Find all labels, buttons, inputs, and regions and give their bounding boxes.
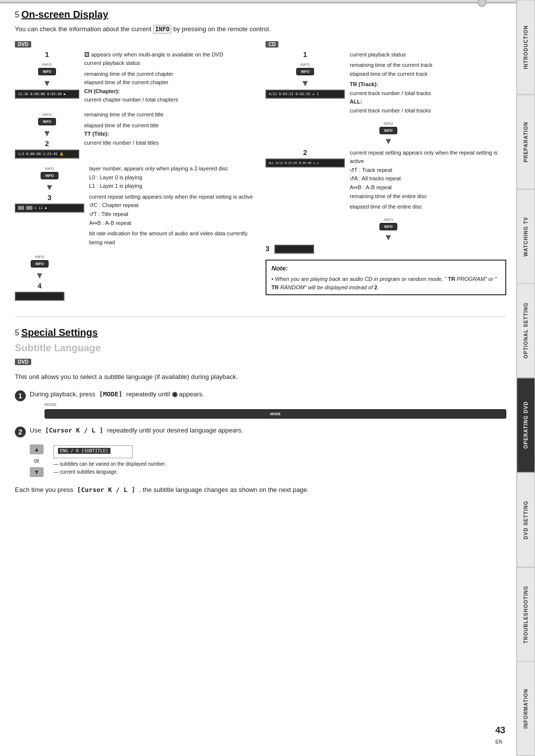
dvd-screen2: 1/3 0:00:00 1:23:45 🔒 — [15, 150, 79, 159]
step2-row: 2 Use [Cursor K / L ] repeatedly until y… — [15, 426, 506, 437]
special-settings-heading: 5 Special Settings — [15, 327, 506, 338]
dvd-screen4 — [15, 292, 64, 301]
special-settings-section: 5 Special Settings Subtitle Language DVD… — [15, 327, 506, 495]
step2-visual: ▲ or ▼ ENG / 6 [SUBTITLE] — subtitles ca… — [30, 444, 506, 477]
osd-right-column: CD 1 INFO INFO ▼ 4/12 0:03:21 0:02:15 ↺ … — [266, 40, 506, 307]
top-bar-line — [0, 2, 516, 3]
sidebar-tab-optional-setting[interactable]: OPTIONAL SETTING — [517, 283, 535, 378]
osd-left-column: DVD 1 INFO INFO ▼ 11:16 0:00:00 0:03:30 … — [15, 40, 256, 307]
step1-num: 1 — [15, 390, 26, 401]
step1-row: 1 During playback, press [MODE] repeated… — [15, 389, 506, 419]
cd-row1-annotations: current playback status remaining time o… — [345, 51, 506, 115]
page-number: 43 EN — [495, 725, 505, 746]
final-text: Each time you press [Cursor K / L ] , th… — [15, 485, 506, 495]
sidebar-tab-operating-dvd[interactable]: OPERATING DVD — [517, 378, 535, 473]
sidebar-tab-introduction[interactable]: INTRODUCTION — [517, 0, 535, 95]
cd-arrow-1: ▼ — [301, 78, 310, 89]
cursor-arrows: ▲ or ▼ — [30, 444, 44, 477]
note-title: Note: — [271, 264, 500, 273]
step1-text: During playback, press [MODE] repeatedly… — [30, 389, 506, 419]
cursor-key: [Cursor K / L ] — [41, 427, 107, 434]
dvd-screen3: ▒▒▒ ▒▒▒ C L1 ▶ — [15, 204, 84, 213]
sidebar: INTRODUCTION PREPARATION WATCHING TV OPT… — [516, 0, 535, 756]
special-settings-title: Special Settings — [21, 327, 98, 338]
dvd-row1-annotations: 🖼 appears only when multi-angle is avail… — [79, 51, 256, 105]
sidebar-tab-preparation[interactable]: PREPARATION — [517, 95, 535, 189]
osd-bullet: 5 — [15, 10, 19, 19]
sidebar-tab-troubleshooting[interactable]: TROUBLESHOOTING — [517, 567, 535, 662]
dvd-badge: DVD — [15, 41, 31, 48]
cd-row2-annotations: current repeat setting appears only when… — [345, 149, 506, 212]
sub-display-text: ENG / 6 [SUBTITLE] — [58, 448, 110, 454]
dvd-row3-num: 3 — [48, 194, 52, 202]
sidebar-tab-dvd-setting[interactable]: DVD SETTING — [517, 473, 535, 567]
dvd-row2-num: 2 — [45, 140, 49, 148]
mode-btn: MODE — [45, 409, 506, 419]
cd-row3-num: 3 — [266, 245, 269, 253]
dvd-row1-num: 1 — [45, 51, 49, 58]
mode-key: [MODE] — [95, 390, 126, 398]
top-bar — [0, 0, 516, 4]
cd-row1-num: 1 — [303, 51, 307, 58]
subtitle-display-area: ENG / 6 [SUBTITLE] — subtitles can be va… — [54, 445, 166, 476]
cd-screen1: 4/12 0:03:21 0:02:15 ↺ 1 — [266, 90, 345, 99]
dvd-info2: INFO INFO — [38, 112, 56, 125]
dvd-info3: INFO INFO — [41, 166, 58, 179]
sidebar-tab-information[interactable]: INFORMATION — [517, 661, 535, 756]
subtitle-language-heading: Subtitle Language — [15, 342, 506, 354]
dvd-screen1: 11:16 0:00:00 0:03:30 ▶ — [15, 90, 79, 99]
main-content: 5 On-screen Display You can check the in… — [10, 9, 511, 495]
step2-num: 2 — [15, 427, 26, 437]
cd-info-bottom: INFO INFO — [270, 217, 506, 230]
cd-screen3 — [274, 245, 314, 254]
cd-screen2: ALL 4/12 0:13:45 0:45:40 ↺ 1 — [266, 159, 345, 167]
dvd-info4: INFO INFO — [31, 255, 49, 268]
mode-btn-area: MODE MODE — [45, 402, 506, 419]
arrow-down-2: ▼ — [43, 128, 52, 139]
subtitle-intro: This unit allows you to select a subtitl… — [15, 372, 506, 382]
osd-columns: DVD 1 INFO INFO ▼ 11:16 0:00:00 0:03:30 … — [15, 40, 506, 307]
cursor-down-btn[interactable]: ▼ — [30, 467, 44, 477]
top-bar-circle — [478, 0, 486, 7]
osd-title: On-screen Display — [21, 9, 108, 20]
final-key: [Cursor K / L ] — [73, 486, 139, 493]
cd-info1: INFO INFO — [296, 62, 314, 75]
special-bullet: 5 — [15, 328, 19, 337]
subtitle-language-section: Subtitle Language DVD This unit allows y… — [15, 342, 506, 495]
special-dvd-badge: DVD — [15, 359, 31, 365]
sidebar-tab-watching-tv[interactable]: WATCHING TV — [517, 189, 535, 284]
step2-text: Use [Cursor K / L ] repeatedly until you… — [30, 426, 506, 436]
osd-section-heading: 5 On-screen Display — [15, 9, 506, 20]
info-key-inline: INFO — [153, 25, 171, 34]
cd-arrow-bottom: ▼ — [270, 232, 506, 243]
note-text: • When you are playing back an audio CD … — [271, 275, 500, 291]
subtitle-display: ENG / 6 [SUBTITLE] — [54, 445, 133, 458]
cd-badge: CD — [266, 41, 278, 48]
arrow-down-4: ▼ — [35, 270, 44, 281]
section-divider — [15, 317, 506, 317]
osd-intro: You can check the information about the … — [15, 24, 506, 34]
cd-row2-num: 2 — [303, 149, 307, 157]
arrow-down-1: ▼ — [43, 78, 52, 89]
dvd-row3-annotations: layer number, appears only when playing … — [84, 164, 256, 247]
cd-arrow-mid: ▼ — [270, 136, 506, 147]
dvd-row4-num: 4 — [38, 282, 42, 290]
cursor-up-btn[interactable]: ▲ — [30, 444, 44, 454]
dvd-row2-annotations: remaining time of the current title elap… — [79, 110, 256, 147]
or-label: or — [34, 457, 40, 464]
note-box: Note: • When you are playing back an aud… — [266, 260, 506, 296]
sub-annotations: — subtitles can be varied on the display… — [54, 460, 166, 476]
dvd-info1: INFO INFO — [38, 62, 56, 75]
cd-info-mid: INFO INFO — [270, 121, 506, 134]
arrow-down-3: ▼ — [45, 182, 54, 193]
